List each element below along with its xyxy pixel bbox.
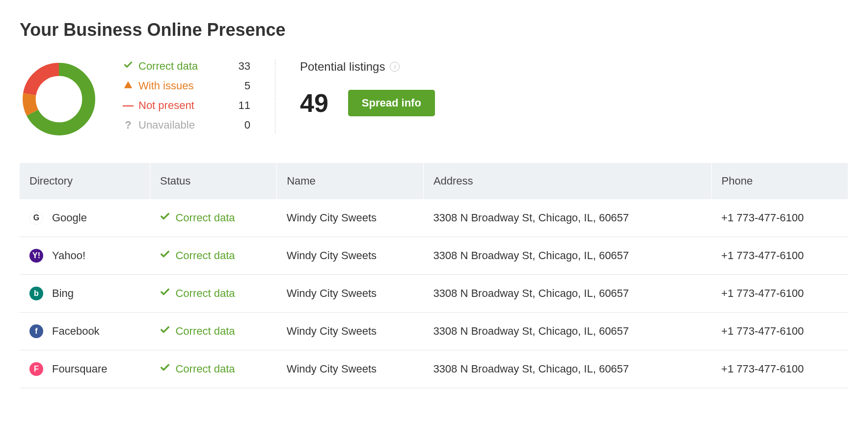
check-icon <box>160 324 170 338</box>
potential-listings-panel: Potential listings i 49 Spread info <box>300 60 435 118</box>
check-icon <box>160 211 170 225</box>
status-text: Correct data <box>175 212 235 224</box>
col-address: Address <box>423 163 711 199</box>
status-text: Correct data <box>175 363 235 375</box>
table-row: FFoursquareCorrect dataWindy City Sweets… <box>20 350 848 388</box>
summary-panel: Correct data 33 With issues 5 — Not pres… <box>20 60 848 138</box>
business-phone: +1 773-477-6100 <box>711 350 848 388</box>
legend-label-notpresent: Not present <box>138 99 194 112</box>
legend-count-unavailable: 0 <box>231 119 250 132</box>
legend-row-unavailable: ? Unavailable 0 <box>123 119 250 132</box>
listings-table: Directory Status Name Address Phone GGoo… <box>20 163 848 388</box>
google-icon: G <box>29 211 43 225</box>
business-address: 3308 N Broadway St, Chicago, IL, 60657 <box>423 237 711 275</box>
business-address: 3308 N Broadway St, Chicago, IL, 60657 <box>423 350 711 388</box>
check-icon <box>160 287 170 300</box>
spread-info-button[interactable]: Spread info <box>348 90 435 116</box>
business-address: 3308 N Broadway St, Chicago, IL, 60657 <box>423 313 711 350</box>
legend-row-notpresent: — Not present 11 <box>123 99 250 112</box>
table-row: GGoogleCorrect dataWindy City Sweets3308… <box>20 199 848 237</box>
status-badge: Correct data <box>160 211 267 225</box>
business-phone: +1 773-477-6100 <box>711 199 848 237</box>
col-directory: Directory <box>20 163 150 199</box>
status-badge: Correct data <box>160 324 267 338</box>
business-phone: +1 773-477-6100 <box>711 313 848 350</box>
legend-row-correct: Correct data 33 <box>123 60 250 73</box>
directory-name: Bing <box>52 287 74 300</box>
svg-point-2 <box>29 69 88 129</box>
business-name: Windy City Sweets <box>277 350 424 388</box>
business-name: Windy City Sweets <box>277 199 424 237</box>
donut-chart <box>20 60 98 138</box>
facebook-icon: f <box>29 324 43 338</box>
legend-count-correct: 33 <box>231 60 250 73</box>
page-title: Your Business Online Presence <box>20 20 848 40</box>
legend-count-notpresent: 11 <box>231 99 250 112</box>
directory-name: Google <box>52 212 87 224</box>
bing-icon: b <box>29 287 43 300</box>
business-name: Windy City Sweets <box>277 275 424 313</box>
foursquare-icon: F <box>29 362 43 376</box>
potential-listings-label: Potential listings <box>300 60 385 74</box>
col-name: Name <box>277 163 424 199</box>
table-row: Y!Yahoo!Correct dataWindy City Sweets330… <box>20 237 848 275</box>
dash-icon: — <box>123 99 134 112</box>
check-icon <box>160 362 170 376</box>
status-badge: Correct data <box>160 287 267 300</box>
legend-label-issues: With issues <box>138 80 193 92</box>
col-status: Status <box>150 163 276 199</box>
status-badge: Correct data <box>160 249 267 263</box>
status-text: Correct data <box>175 325 235 338</box>
question-icon: ? <box>123 119 134 132</box>
potential-listings-count: 49 <box>300 88 328 118</box>
warning-icon <box>123 80 134 92</box>
status-text: Correct data <box>175 249 235 262</box>
business-name: Windy City Sweets <box>277 237 424 275</box>
check-icon <box>123 60 134 73</box>
check-icon <box>160 249 170 263</box>
legend-row-issues: With issues 5 <box>123 80 250 92</box>
business-address: 3308 N Broadway St, Chicago, IL, 60657 <box>423 275 711 313</box>
vertical-divider <box>275 60 275 133</box>
table-row: bBingCorrect dataWindy City Sweets3308 N… <box>20 275 848 313</box>
legend-label-correct: Correct data <box>138 60 198 73</box>
business-address: 3308 N Broadway St, Chicago, IL, 60657 <box>423 199 711 237</box>
business-phone: +1 773-477-6100 <box>711 275 848 313</box>
yahoo-icon: Y! <box>29 249 43 263</box>
info-icon[interactable]: i <box>390 62 400 72</box>
business-name: Windy City Sweets <box>277 313 424 350</box>
status-badge: Correct data <box>160 362 267 376</box>
status-text: Correct data <box>175 287 235 300</box>
legend-label-unavailable: Unavailable <box>138 119 195 132</box>
col-phone: Phone <box>711 163 848 199</box>
legend: Correct data 33 With issues 5 — Not pres… <box>123 60 250 132</box>
table-row: fFacebookCorrect dataWindy City Sweets33… <box>20 313 848 350</box>
directory-name: Facebook <box>52 325 100 338</box>
legend-count-issues: 5 <box>231 80 250 92</box>
directory-name: Yahoo! <box>52 249 85 262</box>
business-phone: +1 773-477-6100 <box>711 237 848 275</box>
directory-name: Foursquare <box>52 363 108 375</box>
